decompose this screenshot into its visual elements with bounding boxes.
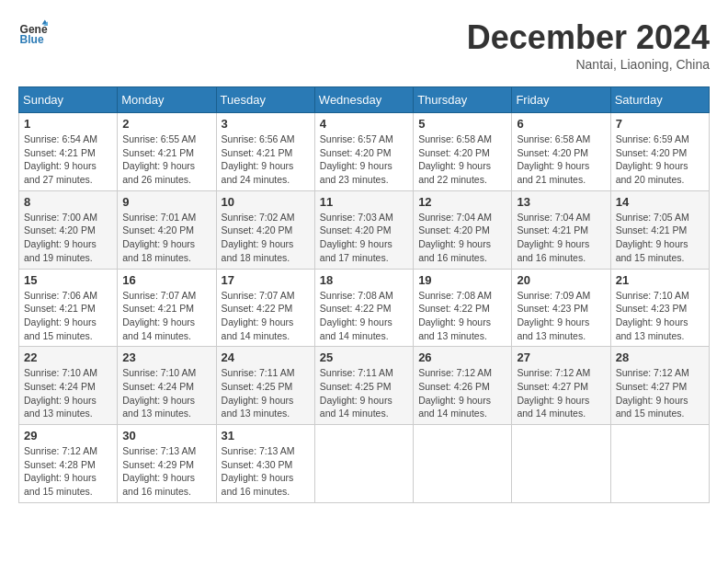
- day-number: 19: [418, 273, 506, 287]
- day-number: 11: [320, 195, 408, 209]
- calendar-cell: 5Sunrise: 6:58 AMSunset: 4:20 PMDaylight…: [414, 113, 512, 191]
- location-subtitle: Nantai, Liaoning, China: [467, 57, 710, 72]
- calendar-cell: 31Sunrise: 7:13 AMSunset: 4:30 PMDayligh…: [216, 425, 314, 503]
- day-info: Sunrise: 7:06 AMSunset: 4:21 PMDaylight:…: [24, 289, 112, 343]
- calendar-cell: 30Sunrise: 7:13 AMSunset: 4:29 PMDayligh…: [118, 425, 216, 503]
- day-info: Sunrise: 7:01 AMSunset: 4:20 PMDaylight:…: [122, 211, 210, 265]
- day-info: Sunrise: 7:08 AMSunset: 4:22 PMDaylight:…: [418, 289, 506, 343]
- day-number: 10: [222, 195, 310, 209]
- calendar-cell: 26Sunrise: 7:12 AMSunset: 4:26 PMDayligh…: [414, 347, 512, 425]
- day-info: Sunrise: 7:12 AMSunset: 4:27 PMDaylight:…: [616, 366, 704, 420]
- calendar-cell: 15Sunrise: 7:06 AMSunset: 4:21 PMDayligh…: [19, 269, 118, 347]
- day-number: 17: [222, 273, 310, 287]
- calendar-cell: 21Sunrise: 7:10 AMSunset: 4:23 PMDayligh…: [610, 269, 709, 347]
- day-number: 8: [24, 195, 112, 209]
- svg-text:Blue: Blue: [20, 33, 44, 46]
- day-number: 13: [517, 195, 605, 209]
- calendar-cell: [610, 425, 709, 503]
- day-number: 31: [222, 429, 310, 442]
- calendar-cell: 25Sunrise: 7:11 AMSunset: 4:25 PMDayligh…: [314, 347, 413, 425]
- day-info: Sunrise: 6:57 AMSunset: 4:20 PMDaylight:…: [320, 132, 408, 187]
- day-info: Sunrise: 6:58 AMSunset: 4:20 PMDaylight:…: [418, 132, 506, 187]
- calendar-cell: 29Sunrise: 7:12 AMSunset: 4:28 PMDayligh…: [19, 425, 118, 503]
- calendar-cell: 12Sunrise: 7:04 AMSunset: 4:20 PMDayligh…: [414, 190, 512, 269]
- calendar-cell: 7Sunrise: 6:59 AMSunset: 4:20 PMDaylight…: [610, 113, 709, 191]
- weekday-header-saturday: Saturday: [610, 87, 709, 113]
- day-info: Sunrise: 7:03 AMSunset: 4:20 PMDaylight:…: [320, 211, 408, 265]
- calendar-cell: 18Sunrise: 7:08 AMSunset: 4:22 PMDayligh…: [314, 269, 413, 347]
- day-number: 22: [24, 350, 112, 364]
- day-number: 2: [122, 117, 210, 131]
- calendar-cell: 22Sunrise: 7:10 AMSunset: 4:24 PMDayligh…: [19, 347, 118, 425]
- month-title: December 2024: [467, 18, 710, 57]
- calendar-cell: 24Sunrise: 7:11 AMSunset: 4:25 PMDayligh…: [216, 347, 314, 425]
- day-info: Sunrise: 6:56 AMSunset: 4:21 PMDaylight:…: [222, 132, 310, 187]
- calendar-cell: 20Sunrise: 7:09 AMSunset: 4:23 PMDayligh…: [512, 269, 610, 347]
- calendar-week-row: 1Sunrise: 6:54 AMSunset: 4:21 PMDaylight…: [19, 113, 710, 191]
- calendar-cell: [314, 425, 413, 503]
- calendar-week-row: 15Sunrise: 7:06 AMSunset: 4:21 PMDayligh…: [19, 269, 710, 347]
- day-info: Sunrise: 6:58 AMSunset: 4:20 PMDaylight:…: [517, 132, 605, 187]
- calendar-cell: 1Sunrise: 6:54 AMSunset: 4:21 PMDaylight…: [19, 113, 118, 191]
- day-number: 7: [616, 117, 704, 131]
- calendar-cell: 16Sunrise: 7:07 AMSunset: 4:21 PMDayligh…: [118, 269, 216, 347]
- weekday-header-thursday: Thursday: [414, 87, 512, 113]
- calendar-header-row: SundayMondayTuesdayWednesdayThursdayFrid…: [19, 87, 710, 113]
- day-info: Sunrise: 7:07 AMSunset: 4:22 PMDaylight:…: [222, 289, 310, 343]
- day-info: Sunrise: 7:12 AMSunset: 4:28 PMDaylight:…: [24, 444, 112, 499]
- calendar-cell: 23Sunrise: 7:10 AMSunset: 4:24 PMDayligh…: [118, 347, 216, 425]
- calendar-cell: 4Sunrise: 6:57 AMSunset: 4:20 PMDaylight…: [314, 113, 413, 191]
- day-number: 28: [616, 350, 704, 364]
- day-info: Sunrise: 7:12 AMSunset: 4:27 PMDaylight:…: [517, 366, 605, 420]
- day-number: 3: [222, 117, 310, 131]
- day-info: Sunrise: 7:07 AMSunset: 4:21 PMDaylight:…: [122, 289, 210, 343]
- calendar-week-row: 22Sunrise: 7:10 AMSunset: 4:24 PMDayligh…: [19, 347, 710, 425]
- day-info: Sunrise: 7:08 AMSunset: 4:22 PMDaylight:…: [320, 289, 408, 343]
- day-number: 24: [222, 350, 310, 364]
- calendar-cell: 11Sunrise: 7:03 AMSunset: 4:20 PMDayligh…: [314, 190, 413, 269]
- day-number: 23: [122, 350, 210, 364]
- day-info: Sunrise: 7:09 AMSunset: 4:23 PMDaylight:…: [517, 289, 605, 343]
- calendar-cell: [414, 425, 512, 503]
- day-info: Sunrise: 6:54 AMSunset: 4:21 PMDaylight:…: [24, 132, 112, 187]
- calendar-week-row: 8Sunrise: 7:00 AMSunset: 4:20 PMDaylight…: [19, 190, 710, 269]
- day-number: 26: [418, 350, 506, 364]
- day-info: Sunrise: 7:11 AMSunset: 4:25 PMDaylight:…: [222, 366, 310, 420]
- logo-icon: General Blue: [18, 18, 48, 48]
- day-number: 25: [320, 350, 408, 364]
- day-info: Sunrise: 7:13 AMSunset: 4:30 PMDaylight:…: [222, 444, 310, 499]
- day-info: Sunrise: 7:11 AMSunset: 4:25 PMDaylight:…: [320, 366, 408, 420]
- calendar-week-row: 29Sunrise: 7:12 AMSunset: 4:28 PMDayligh…: [19, 425, 710, 503]
- calendar-cell: 8Sunrise: 7:00 AMSunset: 4:20 PMDaylight…: [19, 190, 118, 269]
- calendar-cell: 13Sunrise: 7:04 AMSunset: 4:21 PMDayligh…: [512, 190, 610, 269]
- day-info: Sunrise: 7:10 AMSunset: 4:23 PMDaylight:…: [616, 289, 704, 343]
- weekday-header-tuesday: Tuesday: [216, 87, 314, 113]
- day-info: Sunrise: 7:10 AMSunset: 4:24 PMDaylight:…: [24, 366, 112, 420]
- weekday-header-wednesday: Wednesday: [314, 87, 413, 113]
- day-number: 12: [418, 195, 506, 209]
- weekday-header-monday: Monday: [118, 87, 216, 113]
- day-number: 14: [616, 195, 704, 209]
- page-header: General Blue December 2024 Nantai, Liaon…: [18, 18, 710, 72]
- day-number: 9: [122, 195, 210, 209]
- day-number: 29: [24, 429, 112, 442]
- day-number: 21: [616, 273, 704, 287]
- calendar-cell: 28Sunrise: 7:12 AMSunset: 4:27 PMDayligh…: [610, 347, 709, 425]
- calendar-cell: 3Sunrise: 6:56 AMSunset: 4:21 PMDaylight…: [216, 113, 314, 191]
- day-number: 20: [517, 273, 605, 287]
- day-info: Sunrise: 7:04 AMSunset: 4:20 PMDaylight:…: [418, 211, 506, 265]
- weekday-header-friday: Friday: [512, 87, 610, 113]
- calendar-cell: 14Sunrise: 7:05 AMSunset: 4:21 PMDayligh…: [610, 190, 709, 269]
- calendar-body: 1Sunrise: 6:54 AMSunset: 4:21 PMDaylight…: [19, 113, 710, 503]
- day-number: 30: [122, 429, 210, 442]
- day-number: 1: [24, 117, 112, 131]
- day-number: 15: [24, 273, 112, 287]
- title-block: December 2024 Nantai, Liaoning, China: [467, 18, 710, 72]
- calendar-cell: 19Sunrise: 7:08 AMSunset: 4:22 PMDayligh…: [414, 269, 512, 347]
- calendar-cell: 27Sunrise: 7:12 AMSunset: 4:27 PMDayligh…: [512, 347, 610, 425]
- calendar-cell: [512, 425, 610, 503]
- weekday-header-sunday: Sunday: [19, 87, 118, 113]
- logo: General Blue: [18, 18, 48, 48]
- calendar-cell: 2Sunrise: 6:55 AMSunset: 4:21 PMDaylight…: [118, 113, 216, 191]
- day-number: 4: [320, 117, 408, 131]
